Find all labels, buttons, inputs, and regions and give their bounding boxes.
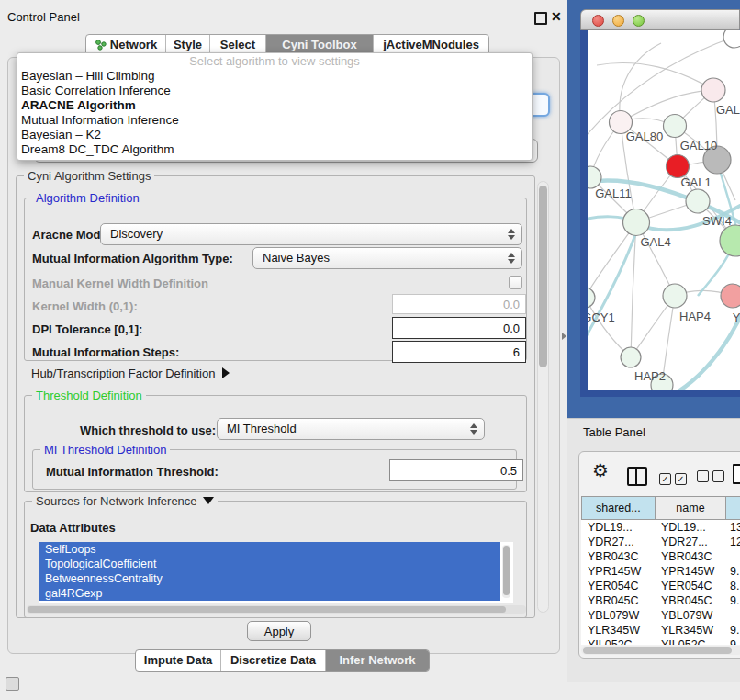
table-row[interactable]: YER054CYER054C8.	[581, 579, 740, 593]
algorithm-option[interactable]: Bayesian – Hill Climbing	[17, 69, 532, 84]
attribute-item[interactable]: BetweennessCentrality	[39, 571, 500, 586]
table-cell: YIL052C	[581, 638, 655, 645]
table-row[interactable]: YPR145WYPR145W9.	[581, 564, 740, 579]
network-canvas[interactable]: GALGAL80GAL10GAL1GAL11GAL4SWI4GCY1HAP4YH…	[580, 30, 740, 397]
which-threshold-label: Which threshold to use:	[80, 423, 216, 437]
network-window-titlebar[interactable]	[580, 9, 740, 30]
attribute-item[interactable]: gal4RGexp	[39, 586, 500, 601]
node-gal-top[interactable]	[701, 78, 725, 102]
algorithm-option[interactable]: Dream8 DC_TDC Algorithm	[17, 142, 532, 157]
algorithm-option[interactable]: Bayesian – K2	[17, 128, 532, 142]
column-layout-icon[interactable]	[627, 467, 647, 486]
table-cell: 12	[726, 535, 740, 549]
aracne-mode-combo[interactable]: Discovery	[100, 223, 522, 245]
attributes-list-scrollbar[interactable]	[502, 545, 510, 598]
manual-kernel-checkbox[interactable]	[509, 276, 522, 289]
aracne-mode-value: Discovery	[110, 224, 163, 244]
table-cell: 9.	[726, 564, 740, 579]
node-gal4-label: GAL4	[640, 235, 670, 249]
attributes-hscrollbar[interactable]	[27, 605, 526, 614]
node-gal4[interactable]	[623, 209, 650, 236]
settings-scrollbar-thumb[interactable]	[539, 186, 547, 367]
node-gal80-label: GAL80	[626, 130, 663, 143]
node-gal1-label: GAL1	[680, 175, 711, 189]
combo-stepper-icon	[508, 229, 515, 240]
apply-button[interactable]: Apply	[247, 621, 311, 641]
node-hap4[interactable]	[663, 284, 687, 308]
algorithm-definition-group: Algorithm Definition Aracne Mode: Discov…	[24, 198, 527, 361]
checked-box-icon: ✓	[675, 473, 687, 485]
tab-impute-data[interactable]: Impute Data	[136, 650, 220, 671]
table-row[interactable]: YIL052CYIL052C9	[581, 638, 740, 645]
column-header-shared...[interactable]: shared...	[582, 497, 656, 519]
cyni-algorithm-settings-title: Cyni Algorithm Settings	[24, 169, 154, 183]
node-gcy1[interactable]	[588, 288, 595, 308]
table-row[interactable]: YBL079WYBL079W	[581, 608, 740, 623]
mi-threshold-input[interactable]	[389, 459, 523, 481]
table-cell: YPR145W	[581, 564, 655, 579]
algorithm-dropdown-popup: Select algorithm to view settings Bayesi…	[17, 52, 533, 161]
table-cell: YBR045C	[655, 593, 726, 608]
attribute-item[interactable]: SelfLoops	[39, 542, 500, 557]
algorithm-definition-title: Algorithm Definition	[32, 191, 143, 205]
node-swi4[interactable]	[686, 189, 710, 213]
zoom-window-icon[interactable]	[633, 15, 645, 27]
node-gal11[interactable]	[588, 166, 601, 188]
select-all-columns-icon[interactable]: ✓✓	[659, 469, 690, 486]
algorithm-option[interactable]: Mutual Information Inference	[17, 113, 532, 128]
float-panel-icon[interactable]	[534, 12, 547, 25]
algorithm-dropdown-placeholder: Select algorithm to view settings	[17, 53, 532, 69]
node-salmon[interactable]	[721, 284, 740, 308]
table-row[interactable]: YBR043CYBR043C	[581, 549, 740, 564]
table-row[interactable]: YDR27...YDR27...12	[581, 535, 740, 549]
network-window: GALGAL80GAL10GAL1GAL11GAL4SWI4GCY1HAP4YH…	[580, 9, 740, 397]
kernel-width-input[interactable]	[392, 294, 526, 314]
close-window-icon[interactable]	[592, 15, 604, 27]
node-top-partial[interactable]	[723, 30, 740, 48]
table-panel-title: Table Panel	[583, 419, 645, 446]
node-hap4-label: HAP4	[679, 310, 711, 323]
table-row[interactable]: YDL19...YDL19...13	[581, 520, 740, 535]
node-big-green[interactable]	[720, 225, 740, 256]
collapsed-panel-icon[interactable]	[6, 677, 19, 691]
sources-title-text: Sources for Network Inference	[36, 494, 197, 508]
deselect-all-columns-icon[interactable]	[697, 469, 728, 486]
manual-kernel-label: Manual Kernel Width Definition	[32, 277, 208, 290]
sources-title: Sources for Network Inference	[32, 494, 218, 508]
table-hscrollbar[interactable]	[581, 646, 740, 655]
collapse-down-icon[interactable]	[203, 497, 214, 504]
mi-algorithm-type-combo[interactable]: Naive Bayes	[252, 247, 522, 269]
combo-stepper-icon	[508, 253, 515, 264]
close-panel-icon[interactable]: ✕	[551, 9, 562, 24]
table-cell: YBR045C	[581, 593, 655, 608]
mi-steps-input[interactable]	[392, 341, 526, 363]
tab-discretize-data[interactable]: Discretize Data	[220, 650, 325, 671]
table-row[interactable]: YBR045CYBR045C9.	[581, 593, 740, 608]
table-row[interactable]: YLR345WYLR345W9.	[581, 623, 740, 638]
node-hap2[interactable]	[621, 347, 641, 367]
dpi-tolerance-input[interactable]	[392, 317, 526, 339]
node-gal1[interactable]	[667, 155, 690, 178]
table-cell: YIL052C	[655, 638, 726, 645]
split-pane-arrow[interactable]	[562, 333, 566, 340]
tab-infer-network[interactable]: Infer Network	[325, 650, 429, 671]
algorithm-option[interactable]: Basic Correlation Inference	[17, 84, 532, 98]
table-cell: YDL19...	[581, 520, 655, 535]
minimize-window-icon[interactable]	[612, 15, 624, 27]
node-swi4-label: SWI4	[702, 214, 732, 228]
data-attributes-list[interactable]: SelfLoopsTopologicalCoefficientBetweenne…	[39, 542, 513, 603]
hub-definition-expander[interactable]: Hub/Transcription Factor Definition	[31, 367, 230, 380]
table-hscrollbar-thumb[interactable]	[583, 647, 732, 654]
new-table-icon[interactable]	[733, 464, 740, 484]
algorithm-option[interactable]: ARACNE Algorithm	[17, 98, 532, 113]
column-header-name[interactable]: name	[656, 497, 727, 519]
mi-algorithm-type-label: Mutual Information Algorithm Type:	[32, 252, 233, 265]
table-settings-gear-icon[interactable]: ⚙	[592, 459, 609, 481]
screen: Control Panel ✕ NetworkStyleSelectCyni T…	[0, 0, 740, 700]
unchecked-box-icon	[697, 470, 709, 482]
settings-scrollbar[interactable]	[537, 181, 549, 613]
which-threshold-combo[interactable]: MI Threshold	[217, 418, 485, 440]
attribute-item[interactable]: TopologicalCoefficient	[39, 557, 500, 571]
node-gal10[interactable]	[664, 115, 687, 138]
column-header-cut[interactable]	[726, 497, 740, 519]
